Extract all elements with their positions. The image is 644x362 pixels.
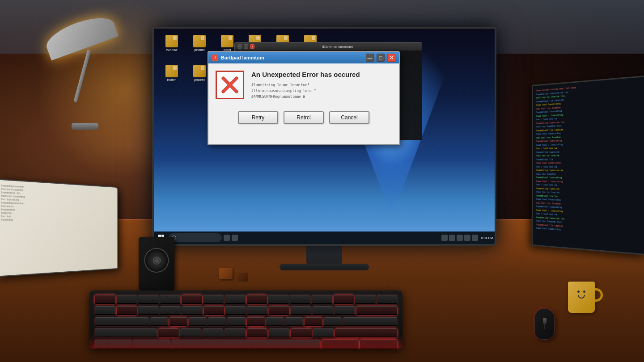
dialog-minimize-button[interactable]: — (366, 54, 374, 62)
taskbar-search[interactable] (168, 233, 222, 242)
key[interactable] (160, 295, 181, 304)
key[interactable] (182, 306, 203, 315)
key[interactable] (95, 306, 115, 315)
key[interactable] (247, 306, 268, 315)
key[interactable] (377, 295, 398, 304)
key[interactable] (189, 317, 207, 326)
key[interactable] (95, 340, 132, 349)
key[interactable] (334, 295, 354, 304)
key[interactable] (360, 340, 397, 349)
key[interactable] (313, 328, 334, 337)
lamp-head (42, 11, 119, 60)
key[interactable] (225, 306, 246, 315)
mouse-scroll-wheel[interactable] (543, 318, 547, 324)
key[interactable] (227, 317, 245, 326)
retry-button[interactable]: Retry (238, 111, 278, 124)
key[interactable] (138, 295, 159, 304)
key[interactable] (180, 328, 201, 337)
key[interactable] (268, 295, 289, 304)
windows-desktop: Wlnnow plnonnt lntont lFntont lFntont (154, 29, 495, 244)
coffee-mug (568, 282, 599, 317)
key[interactable] (312, 295, 332, 304)
terminal-close-button[interactable]: ✕ (250, 44, 254, 49)
tray-icon[interactable] (472, 235, 478, 241)
key[interactable] (95, 295, 115, 304)
dialog-maximize-button[interactable]: □ (377, 54, 385, 62)
dialog-close-button[interactable]: ✕ (387, 54, 395, 62)
retry2-button[interactable]: Retrcl (284, 111, 324, 124)
taskbar-icon[interactable] (232, 235, 238, 241)
tray-icon[interactable] (449, 235, 455, 241)
tray-icon[interactable] (441, 235, 448, 241)
dialog-text-area: An Unexpected Error has occured #lummitn… (251, 71, 392, 100)
laptop-screen: lnomintlng lumnnlnm lnol nns na lnumlnm … (0, 180, 117, 276)
taskbar-icon[interactable] (224, 235, 230, 241)
mug-mouth (578, 295, 585, 299)
spacebar-key[interactable] (172, 340, 320, 349)
key[interactable] (313, 306, 333, 315)
mug-eye-right (583, 290, 585, 293)
key[interactable] (208, 317, 226, 326)
key[interactable] (335, 328, 397, 337)
key[interactable] (290, 295, 311, 304)
key[interactable] (269, 328, 289, 337)
key[interactable] (291, 328, 311, 337)
key[interactable] (343, 317, 397, 326)
desktop-icon-label: plnonnt (195, 48, 205, 52)
mouse[interactable] (534, 308, 555, 340)
keyboard-rows (89, 290, 402, 349)
keyboard[interactable] (89, 290, 402, 349)
cancel-button[interactable]: Cancel (329, 111, 369, 124)
terminal-minimize-button[interactable]: — (237, 44, 242, 49)
key[interactable] (225, 328, 245, 337)
key[interactable] (203, 295, 224, 304)
key[interactable] (150, 317, 168, 326)
desktop-icon-label: pmonnt (194, 78, 204, 82)
list-item[interactable]: Wlnnow (158, 33, 185, 62)
desk-block (219, 268, 233, 279)
dialog-sub-line1: #lummitning lnumr lnomitun! (251, 83, 309, 87)
key[interactable] (285, 317, 303, 326)
key[interactable] (269, 306, 290, 315)
key-row (95, 328, 397, 337)
key[interactable] (324, 317, 342, 326)
dialog-title: Bartlpad lammtum (221, 55, 363, 60)
key[interactable] (95, 328, 157, 337)
code-screen: lnum lntlmn nntlnm mmm::lnl lnmm lnomint… (533, 77, 644, 254)
key[interactable] (117, 295, 137, 304)
key[interactable] (204, 306, 225, 315)
error-dialog: ! Bartlpad lammtum — □ ✕ (208, 51, 400, 145)
key[interactable] (305, 317, 322, 326)
key[interactable] (169, 317, 187, 326)
key[interactable] (266, 317, 284, 326)
desk-lamp (40, 13, 130, 139)
dialog-sub-message: #lummitning lnumr lnomitun! #llolnsnoasn… (251, 83, 392, 100)
desktop-icon-img (165, 35, 178, 47)
laptop-content: lnomintlng lumnnlnm lnol nns na lnumlnm … (1, 184, 114, 223)
key[interactable] (182, 295, 202, 304)
tray-icon[interactable] (464, 235, 470, 241)
key[interactable] (138, 306, 159, 315)
terminal-maximize-button[interactable]: □ (244, 44, 248, 49)
lamp-arm (74, 50, 91, 102)
key[interactable] (117, 306, 137, 315)
key[interactable] (247, 317, 265, 326)
key[interactable] (322, 340, 359, 349)
list-item[interactable]: lnolnm (158, 63, 185, 92)
key[interactable] (95, 317, 149, 326)
key[interactable] (133, 340, 170, 349)
key[interactable] (158, 328, 179, 337)
desktop-icon-img (193, 65, 206, 77)
mug-body (568, 282, 595, 313)
key[interactable] (225, 295, 246, 304)
key[interactable] (247, 328, 267, 337)
key[interactable] (356, 306, 397, 315)
key[interactable] (291, 306, 311, 315)
key[interactable] (355, 295, 376, 304)
tray-icon[interactable] (457, 235, 463, 241)
key[interactable] (247, 295, 267, 304)
dialog-error-icon: ! (212, 55, 218, 61)
key[interactable] (335, 306, 355, 315)
key[interactable] (203, 328, 223, 337)
key[interactable] (160, 306, 181, 315)
